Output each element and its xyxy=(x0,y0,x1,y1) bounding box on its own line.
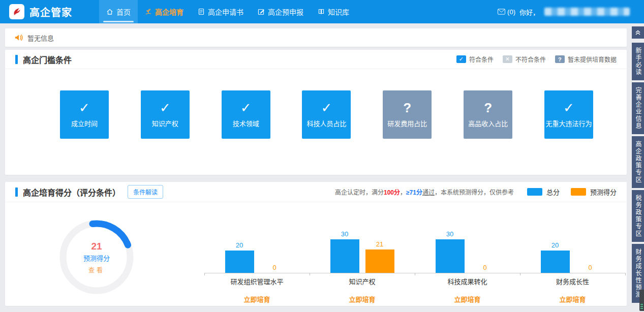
pass-swatch-icon: ✓ xyxy=(456,55,466,63)
condition-tile-成立时间[interactable]: ✓成立时间 xyxy=(60,90,109,139)
condition-tile-label: 知识产权 xyxy=(152,118,178,128)
bar-value-label: 21 xyxy=(376,240,383,248)
section-marker xyxy=(15,55,18,64)
nav-item-高企培育[interactable]: 高企培育 xyxy=(138,0,191,23)
sidebar-collapse-button[interactable] xyxy=(632,26,644,39)
sidebar-tab-高企政策专区[interactable]: 高企政策专区 xyxy=(632,136,644,188)
score-title: 高企培育得分（评分条件） xyxy=(23,186,120,198)
legend-label: 暂未提供培育数据 xyxy=(568,55,617,64)
condition-tile-科技人员占比[interactable]: ✓科技人员占比 xyxy=(302,90,351,139)
cultivate-actions: 立即培育立即培育立即培育立即培育 xyxy=(204,294,625,304)
bar-总分[interactable] xyxy=(541,251,570,273)
condition-tile-label: 高品收入占比 xyxy=(468,118,508,128)
nav-item-知识库[interactable]: 知识库 xyxy=(311,0,356,23)
nav-item-高企预申报[interactable]: 高企预申报 xyxy=(251,0,311,23)
nav-item-label: 高企培育 xyxy=(155,7,183,17)
category-label: 研发组织管理水平 xyxy=(204,276,310,286)
mail-button[interactable]: (0) xyxy=(498,8,515,16)
cultivate-icon xyxy=(145,8,152,15)
threshold-header: 高企门槛条件 ✓符合条件✕不符合条件?暂未提供培育数据 xyxy=(5,50,627,69)
axis-tick xyxy=(204,273,205,275)
bar-value-label: 0 xyxy=(483,264,486,271)
unknown-swatch-icon: ? xyxy=(555,55,565,63)
bar-总分[interactable] xyxy=(330,239,359,273)
chart-legend-预测得分: 预测得分 xyxy=(571,187,617,197)
category-labels: 研发组织管理水平知识产权科技成果转化财务成长性 xyxy=(204,276,625,286)
bar-总分[interactable] xyxy=(436,239,465,273)
condition-tile-label: 研发费用占比 xyxy=(387,118,427,128)
view-score-link[interactable]: 查看 xyxy=(88,265,105,274)
score-bar-chart: 2003021300200 研发组织管理水平知识产权科技成果转化财务成长性 立即… xyxy=(204,202,625,304)
bar-group-财务成长性: 200 xyxy=(520,241,625,273)
axis-tick xyxy=(415,273,415,275)
condition-tile-无重大违法行为[interactable]: ✓无重大违法行为 xyxy=(544,90,593,139)
bar-预测得分[interactable] xyxy=(365,249,394,273)
bar-value-label: 20 xyxy=(551,241,559,249)
docked-widget[interactable] xyxy=(639,290,644,311)
question-icon: ? xyxy=(484,101,492,114)
sidebar-tabs: 新手必读完善企业信息高企政策专区税务政策专区财务成长性预测 xyxy=(632,43,644,305)
check-icon: ✓ xyxy=(321,101,332,114)
predicted-score-value: 21 xyxy=(91,241,102,252)
bar-group-知识产权: 3021 xyxy=(310,230,415,273)
interpret-conditions-button[interactable]: 条件解读 xyxy=(128,185,163,199)
note-passscore: ≥71分 xyxy=(406,188,422,196)
bar-value-label: 30 xyxy=(446,230,453,238)
score-note: 高企认定时，满分100分，≥71分通过，本系统预测得分，仅供参考 xyxy=(335,188,514,196)
bar-总分[interactable] xyxy=(225,251,254,273)
legend-swatch xyxy=(527,188,542,196)
check-icon: ✓ xyxy=(240,101,252,114)
category-label: 财务成长性 xyxy=(520,276,625,286)
nav-item-首页[interactable]: 首页 xyxy=(99,0,138,23)
nav-item-label: 知识库 xyxy=(328,7,349,17)
bar-group-研发组织管理水平: 200 xyxy=(204,241,310,273)
right-sidebar: 新手必读完善企业信息高企政策专区税务政策专区财务成长性预测 xyxy=(632,26,644,305)
axis-tick xyxy=(310,273,310,275)
threshold-panel: 高企门槛条件 ✓符合条件✕不符合条件?暂未提供培育数据 ✓成立时间✓知识产权✓技… xyxy=(5,50,627,175)
bar-slot-预测得分: 21 xyxy=(365,240,394,273)
nav-item-高企申请书[interactable]: 高企申请书 xyxy=(191,0,251,23)
note-part: ，本系统预测得分，仅供参考 xyxy=(435,188,514,196)
question-icon: ? xyxy=(403,101,411,114)
cultivate-now-link[interactable]: 立即培育 xyxy=(204,294,310,304)
fail-swatch-icon: ✕ xyxy=(503,55,512,63)
sidebar-tab-完善企业信息[interactable]: 完善企业信息 xyxy=(632,82,644,134)
bar-value-label: 0 xyxy=(588,264,592,271)
condition-tile-高品收入占比[interactable]: ?高品收入占比 xyxy=(464,90,512,139)
cultivate-now-link[interactable]: 立即培育 xyxy=(520,294,625,304)
legend-swatch xyxy=(571,188,586,196)
nav-item-label: 高企预申报 xyxy=(268,7,303,17)
top-navigation-bar: 高企管家 首页高企培育高企申请书高企预申报知识库 (0) 你好， xyxy=(0,0,644,23)
condition-tile-label: 科技人员占比 xyxy=(306,118,346,128)
bar-slot-总分: 30 xyxy=(436,230,465,273)
home-icon xyxy=(106,8,113,15)
nav-item-label: 高企申请书 xyxy=(208,7,243,17)
nav-item-label: 首页 xyxy=(116,7,131,17)
cultivate-now-link[interactable]: 立即培育 xyxy=(415,294,520,304)
condition-tile-研发费用占比[interactable]: ?研发费用占比 xyxy=(383,90,432,139)
condition-tile-知识产权[interactable]: ✓知识产权 xyxy=(141,90,190,139)
brand: 高企管家 xyxy=(0,0,99,23)
category-label: 科技成果转化 xyxy=(415,276,520,286)
condition-tile-label: 技术领域 xyxy=(233,118,259,128)
condition-tile-label: 无重大违法行为 xyxy=(545,118,592,128)
cultivate-now-link[interactable]: 立即培育 xyxy=(310,294,415,304)
legend-item-fail: ✕不符合条件 xyxy=(503,55,546,64)
predicted-score-label: 预测得分 xyxy=(83,253,110,263)
bar-slot-总分: 20 xyxy=(541,241,570,273)
application-icon xyxy=(198,8,205,15)
bar-value-label: 0 xyxy=(272,264,276,271)
bar-groups: 2003021300200 xyxy=(204,202,625,273)
axis-tick xyxy=(625,273,626,275)
legend-label: 符合条件 xyxy=(469,55,494,64)
username-redacted[interactable] xyxy=(544,8,630,16)
main-nav: 首页高企培育高企申请书高企预申报知识库 xyxy=(99,0,356,23)
sidebar-tab-新手必读[interactable]: 新手必读 xyxy=(632,43,644,80)
sidebar-tab-税务政策专区[interactable]: 税务政策专区 xyxy=(632,190,644,242)
bar-slot-总分: 30 xyxy=(330,230,359,273)
score-panel: 高企培育得分（评分条件） 条件解读 高企认定时，满分100分，≥71分通过，本系… xyxy=(5,182,627,306)
condition-tile-技术领域[interactable]: ✓技术领域 xyxy=(222,90,270,139)
check-icon: ✓ xyxy=(160,101,171,114)
chart-legend: 总分预测得分 xyxy=(527,187,617,197)
notice-text: 暂无信息 xyxy=(27,33,54,43)
